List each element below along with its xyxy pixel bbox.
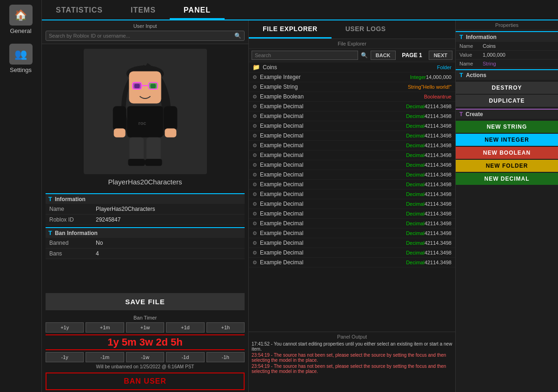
plus-1h-button[interactable]: +1h (206, 322, 245, 333)
prop-val-coins: Coins (479, 42, 558, 51)
page-label: PAGE 1 (399, 52, 426, 59)
minus-1w-button[interactable]: -1w (126, 352, 164, 362)
file-row[interactable]: ⚙Example DecimalDecimal 42114.3498 (249, 160, 455, 170)
minus-1d-button[interactable]: -1d (166, 352, 204, 362)
file-icon: ⚙ (252, 133, 257, 139)
avatar-box: roc (84, 49, 207, 174)
minus-buttons-row: -1y -1m -1w -1d -1h (46, 352, 245, 362)
plus-1m-button[interactable]: +1m (86, 322, 124, 333)
file-icon: 📁 (252, 64, 260, 71)
svg-rect-16 (128, 159, 145, 166)
info-val-name: PlayerHas20Characters (92, 204, 245, 215)
file-type: Decimal (387, 113, 425, 119)
output-line: 23:54:19 - The source has not been set, … (252, 353, 452, 363)
new-string-button[interactable]: NEW STRING (456, 121, 558, 133)
actions-label: Actions (466, 72, 486, 78)
save-file-button[interactable]: SAVE FILE (46, 293, 245, 310)
file-row[interactable]: ⚙Example DecimalDecimal 42114.3498 (249, 189, 455, 199)
sidebar-item-settings[interactable]: 👥 Settings (2, 44, 40, 73)
sidebar-item-general[interactable]: 🏠 General (2, 5, 40, 34)
minus-1h-button[interactable]: -1h (206, 352, 245, 362)
file-icon: ⚙ (252, 143, 257, 149)
information-table: Name PlayerHas20Characters Roblox ID 292… (46, 204, 245, 225)
file-row[interactable]: ⚙Example DecimalDecimal 42114.3498 (249, 150, 455, 160)
tab-user-logs[interactable]: USER LOGS (332, 20, 400, 39)
unban-info: Will be unbanned on 1/25/2022 @ 6:16AM P… (46, 364, 245, 369)
file-row[interactable]: ⚙Example DecimalDecimal 42114.3498 (249, 229, 455, 238)
ban-information-header: T Ban Information (46, 227, 245, 238)
prop-key-name: Name (456, 42, 479, 51)
plus-1d-button[interactable]: +1d (166, 322, 204, 333)
table-row: Value 1,000,000 (456, 51, 558, 59)
file-row[interactable]: ⚙Example DecimalDecimal 42114.3498 (249, 180, 455, 189)
table-row: Banned No (46, 238, 245, 248)
search-input[interactable] (49, 33, 234, 39)
file-row[interactable]: ⚙Example DecimalDecimal 42114.3498 (249, 248, 455, 258)
file-row[interactable]: ⚙Example IntegerInteger 14,000,000 (249, 72, 455, 82)
file-row[interactable]: ⚙Example DecimalDecimal 42114.3498 (249, 238, 455, 248)
new-boolean-button[interactable]: NEW BOOLEAN (456, 147, 558, 159)
action-buttons: DESTROY DUPLICATE (456, 82, 558, 108)
info-t-icon: T (48, 196, 52, 203)
tab-statistics[interactable]: STATISTICS (42, 0, 117, 20)
file-name: Example Decimal (260, 210, 387, 217)
new-decimal-button[interactable]: NEW DECIMAL (456, 173, 558, 185)
file-row[interactable]: ⚙Example DecimalDecimal 42114.3498 (249, 111, 455, 121)
table-row: Roblox ID 29245847 (46, 215, 245, 225)
file-name: Example Boolean (260, 93, 405, 100)
file-search-icon: 🔍 (361, 52, 368, 59)
file-icon: ⚙ (252, 201, 257, 207)
file-icon: ⚙ (252, 230, 257, 236)
props-info-t-icon: T (459, 33, 463, 40)
user-input-label: User Input (46, 23, 245, 29)
file-search-input[interactable] (252, 51, 358, 60)
sidebar-general-label: General (10, 27, 31, 34)
info-key-name: Name (46, 204, 92, 215)
file-row[interactable]: ⚙Example DecimalDecimal 42114.3498 (249, 102, 455, 111)
file-row[interactable]: ⚙Example DecimalDecimal 42114.3498 (249, 258, 455, 268)
back-button[interactable]: BACK (371, 51, 396, 60)
ban-t-icon: T (48, 229, 52, 236)
file-row[interactable]: 📁CoinsFolder (249, 62, 455, 72)
file-icon: ⚙ (252, 113, 257, 119)
file-type: Decimal (387, 162, 425, 168)
file-row[interactable]: ⚙Example StringString "Hello world!" (249, 82, 455, 92)
file-icon: ⚙ (252, 172, 257, 178)
minus-1m-button[interactable]: -1m (86, 352, 124, 362)
file-row[interactable]: ⚙Example DecimalDecimal 42114.3498 (249, 219, 455, 229)
new-integer-button[interactable]: NEW INTEGER (456, 134, 558, 146)
content-area: User Input 🔍 (42, 20, 558, 392)
top-tabs: STATISTICS ITEMS PANEL (42, 0, 558, 20)
file-row[interactable]: ⚙Example DecimalDecimal 42114.3498 (249, 170, 455, 180)
svg-rect-7 (133, 83, 141, 89)
info-key-roblox-id: Roblox ID (46, 215, 92, 225)
tab-file-explorer[interactable]: FILE EXPLORER (249, 20, 332, 39)
file-row[interactable]: ⚙Example DecimalDecimal 42114.3498 (249, 141, 455, 150)
file-row[interactable]: ⚙Example BooleanBoolean true (249, 92, 455, 102)
file-icon: ⚙ (252, 260, 257, 266)
tab-items[interactable]: ITEMS (117, 0, 170, 20)
props-information-header: T Information (456, 31, 558, 42)
file-row[interactable]: ⚙Example DecimalDecimal 42114.3498 (249, 209, 455, 219)
new-folder-button[interactable]: NEW FOLDER (456, 160, 558, 172)
sidebar: 🏠 General 👥 Settings (0, 0, 42, 392)
ban-val-bans: 4 (92, 248, 245, 259)
file-type: Decimal (387, 133, 425, 138)
plus-1w-button[interactable]: +1w (126, 322, 164, 333)
minus-1y-button[interactable]: -1y (46, 352, 84, 362)
svg-rect-10 (113, 106, 126, 131)
svg-rect-13 (165, 129, 176, 137)
duplicate-button[interactable]: DUPLICATE (456, 95, 558, 107)
file-name: Example Decimal (260, 171, 387, 178)
file-row[interactable]: ⚙Example DecimalDecimal 42114.3498 (249, 199, 455, 209)
ban-user-button[interactable]: BAN USER (46, 372, 245, 390)
panel-output-label: Panel Output (252, 334, 452, 340)
prop-val-value: 1,000,000 (479, 51, 558, 59)
destroy-button[interactable]: DESTROY (456, 82, 558, 94)
plus-1y-button[interactable]: +1y (46, 322, 84, 333)
file-value: 42114.3498 (425, 172, 452, 177)
tab-panel[interactable]: PANEL (170, 0, 225, 20)
file-row[interactable]: ⚙Example DecimalDecimal 42114.3498 (249, 131, 455, 141)
file-row[interactable]: ⚙Example DecimalDecimal 42114.3498 (249, 121, 455, 131)
next-button[interactable]: NEXT (429, 51, 452, 60)
